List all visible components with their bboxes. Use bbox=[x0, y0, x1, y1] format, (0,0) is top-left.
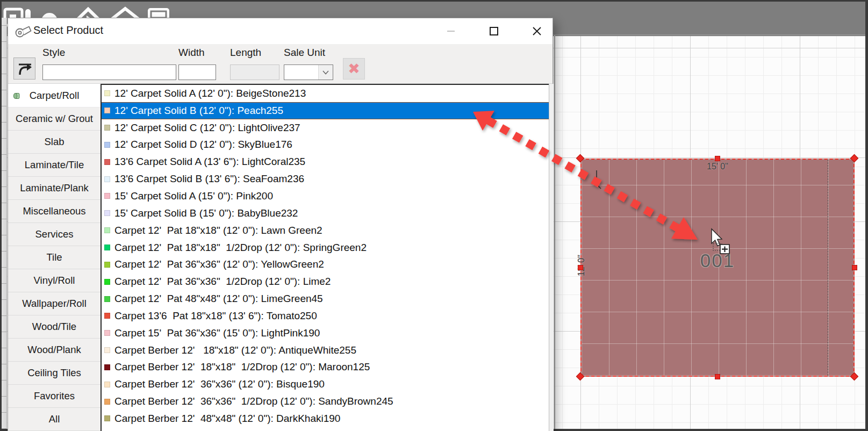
room-number-label: 001 bbox=[582, 250, 853, 271]
sale-unit-select[interactable] bbox=[284, 64, 333, 80]
sidebar-item-label: Carpet/Roll bbox=[30, 90, 80, 102]
dialog-title: Select Product bbox=[33, 24, 103, 37]
width-input[interactable] bbox=[178, 64, 216, 80]
sidebar-item-wallpaper-roll[interactable]: Wallpaper/Roll bbox=[8, 292, 101, 315]
room-001[interactable]: 15' 0" 12' 0" 001 bbox=[580, 159, 855, 377]
dialog-titlebar[interactable]: Select Product bbox=[8, 18, 553, 44]
product-label: 13'6 Carpet Solid B (13' 6"): SeaFoam236 bbox=[114, 173, 304, 185]
product-row[interactable]: 13'6 Carpet Solid B (13' 6"): SeaFoam236 bbox=[102, 170, 549, 188]
sidebar-item-carpet-roll[interactable]: Carpet/Roll bbox=[8, 84, 101, 107]
product-label: 12' Carpet Solid D (12' 0"): SkyBlue176 bbox=[114, 139, 292, 150]
product-row[interactable]: 15' Carpet Solid B (15' 0"): BabyBlue232 bbox=[102, 205, 549, 222]
sidebar-item-label: Ceiling Tiles bbox=[27, 367, 81, 379]
product-row[interactable]: Carpet 15' Pat 36"x36" (15' 0"): LightPi… bbox=[102, 325, 549, 342]
product-swatch bbox=[104, 330, 110, 336]
product-label: Carpet 12' Pat 48"x48" (12' 0"): LimeGre… bbox=[114, 293, 323, 305]
sidebar-item-laminate-tile[interactable]: Laminate/Tile bbox=[8, 154, 101, 177]
product-row[interactable]: Carpet Berber 12' 36"x36" (12' 0"): Bisq… bbox=[102, 376, 549, 393]
product-swatch bbox=[104, 227, 110, 233]
sidebar-item-vinyl-roll[interactable]: Vinyl/Roll bbox=[8, 269, 101, 292]
resize-handle-n[interactable] bbox=[715, 156, 720, 161]
sidebar-item-label: Services bbox=[35, 228, 74, 240]
product-row[interactable]: Carpet 12' Pat 18"x18" 1/2Drop (12' 0"):… bbox=[102, 239, 549, 256]
sidebar-item-label: Vinyl/Roll bbox=[34, 275, 75, 286]
sidebar-item-wood-plank[interactable]: Wood/Plank bbox=[8, 339, 101, 362]
clear-filter-button[interactable]: ✖ bbox=[343, 58, 365, 80]
sidebar-item-label: All bbox=[49, 413, 60, 425]
product-label: Carpet Berber 12' 36"x36" 1/2Drop (12' 0… bbox=[114, 396, 393, 407]
product-swatch bbox=[104, 382, 110, 387]
product-row[interactable]: Carpet 12' Pat 18"x18" (12' 0"): Lawn Gr… bbox=[102, 222, 549, 239]
product-row[interactable]: Carpet Berber 12' 36"x36" 1/2Drop (12' 0… bbox=[102, 393, 549, 410]
product-row[interactable]: 13'6 Carpet Solid A (13' 6"): LightCoral… bbox=[102, 153, 549, 170]
product-label: 12' Carpet Solid C (12' 0"): LightOlive2… bbox=[114, 122, 300, 134]
carpet-roll-icon bbox=[15, 24, 32, 38]
product-label: Carpet Berber 12' 36"x36" (12' 0"): Bisq… bbox=[114, 378, 325, 390]
product-label: Carpet 12' Pat 36"x36" 1/2Drop (12' 0"):… bbox=[114, 276, 331, 288]
sidebar-item-miscellaneous[interactable]: Miscellaneous bbox=[8, 200, 101, 223]
sidebar-item-ceiling-tiles[interactable]: Ceiling Tiles bbox=[8, 362, 101, 385]
product-row[interactable]: 12' Carpet Solid B (12' 0"): Peach255 bbox=[102, 102, 549, 119]
sidebar-item-slab[interactable]: Slab bbox=[8, 131, 101, 154]
combo-arrow-button[interactable] bbox=[318, 65, 333, 80]
product-label: Carpet 12' Pat 18"x18" 1/2Drop (12' 0"):… bbox=[114, 242, 367, 254]
product-label: 12' Carpet Solid A (12' 0"): BeigeStone2… bbox=[114, 88, 306, 99]
minimize-button[interactable] bbox=[439, 18, 463, 44]
product-swatch bbox=[104, 107, 110, 113]
product-swatch bbox=[104, 364, 110, 370]
product-row[interactable]: 12' Carpet Solid D (12' 0"): SkyBlue176 bbox=[102, 137, 549, 154]
sidebar-item-favorites[interactable]: Favorites bbox=[8, 385, 101, 408]
sidebar-item-wood-tile[interactable]: Wood/Tile bbox=[8, 315, 101, 339]
style-input[interactable] bbox=[42, 64, 176, 80]
sidebar-item-tile[interactable]: Tile bbox=[8, 246, 101, 269]
product-swatch bbox=[104, 125, 110, 131]
close-icon bbox=[532, 26, 542, 36]
sidebar-item-label: Miscellaneous bbox=[23, 205, 85, 217]
sale-unit-label: Sale Unit bbox=[284, 47, 325, 59]
chevron-down-icon bbox=[322, 70, 329, 75]
application-window: 15' 0" 12' 0" 001 Select Product bbox=[0, 0, 868, 431]
carpet-roll-mini-icon bbox=[13, 92, 21, 99]
resize-handle-s[interactable] bbox=[715, 374, 720, 379]
close-button[interactable] bbox=[525, 18, 549, 44]
product-swatch bbox=[104, 262, 110, 268]
sidebar-item-laminate-plank[interactable]: Laminate/Plank bbox=[8, 177, 101, 200]
sidebar-item-label: Wallpaper/Roll bbox=[22, 298, 87, 310]
left-edge-panel bbox=[2, 18, 7, 429]
product-label: Carpet Berber 12' 18"x18" (12' 0"): Anti… bbox=[114, 344, 356, 356]
product-row[interactable]: Carpet 12' Pat 36"x36" 1/2Drop (12' 0"):… bbox=[102, 273, 549, 290]
product-label: 15' Carpet Solid A (15' 0"): Pink200 bbox=[114, 190, 273, 202]
sidebar-item-label: Ceramic w/ Grout bbox=[16, 113, 93, 125]
resize-handle-e[interactable] bbox=[852, 265, 857, 270]
product-row[interactable]: 12' Carpet Solid C (12' 0"): LightOlive2… bbox=[102, 119, 549, 137]
list-scrollbar[interactable] bbox=[549, 84, 554, 431]
product-label: Carpet 12' Pat 36"x36" (12' 0"): YellowG… bbox=[114, 258, 324, 270]
sidebar-item-label: Wood/Plank bbox=[27, 344, 81, 356]
apply-filter-button[interactable] bbox=[13, 58, 35, 80]
product-row[interactable]: 15' Carpet Solid A (15' 0"): Pink200 bbox=[102, 188, 549, 205]
fill-direction-mark bbox=[594, 169, 603, 191]
product-row[interactable]: Carpet Berber 12' 48"x48" (12' 0"): Dark… bbox=[102, 410, 549, 427]
select-product-dialog: Select Product Style Width Length bbox=[8, 18, 553, 431]
product-row[interactable]: Carpet Berber 12' 18"x18" (12' 0"): Anti… bbox=[102, 342, 549, 359]
maximize-button[interactable] bbox=[482, 18, 506, 44]
product-row[interactable]: Carpet 13'6 Pat 18"x18" (13' 6"): Tomato… bbox=[102, 307, 549, 325]
product-swatch bbox=[104, 245, 110, 250]
jump-arrow-icon bbox=[17, 61, 33, 77]
sidebar-item-services[interactable]: Services bbox=[8, 223, 101, 246]
product-swatch bbox=[104, 159, 110, 165]
category-sidebar: Carpet/RollCeramic w/ GroutSlabLaminate/… bbox=[8, 84, 101, 431]
sidebar-item-ceramic-w-grout[interactable]: Ceramic w/ Grout bbox=[8, 107, 101, 131]
product-label: Carpet Berber 12' 18"x18" 1/2Drop (12' 0… bbox=[114, 361, 370, 373]
product-row[interactable]: Carpet Berber 12' 18"x18" 1/2Drop (12' 0… bbox=[102, 359, 549, 376]
width-label: Width bbox=[178, 47, 205, 59]
clear-x-icon: ✖ bbox=[348, 62, 360, 76]
product-row[interactable]: 12' Carpet Solid A (12' 0"): BeigeStone2… bbox=[102, 85, 549, 102]
sidebar-item-label: Slab bbox=[44, 136, 64, 148]
resize-handle-w[interactable] bbox=[578, 265, 583, 270]
product-row[interactable]: Carpet 12' Pat 36"x36" (12' 0"): YellowG… bbox=[102, 256, 549, 273]
product-list: 12' Carpet Solid A (12' 0"): BeigeStone2… bbox=[101, 84, 549, 431]
product-row[interactable]: Carpet 12' Pat 48"x48" (12' 0"): LimeGre… bbox=[102, 290, 549, 307]
sidebar-item-label: Tile bbox=[46, 252, 62, 263]
sidebar-item-all[interactable]: All bbox=[8, 408, 101, 431]
